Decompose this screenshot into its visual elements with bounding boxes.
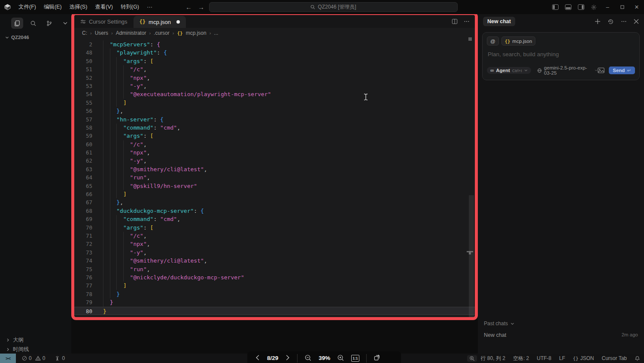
code-line-80[interactable]: 80} — [74, 307, 475, 315]
past-chat-item[interactable]: New chat 2m ago — [484, 332, 638, 338]
problems-indicator[interactable]: 0 0 — [19, 354, 48, 363]
code-line-59[interactable]: 59"args": [ — [74, 132, 475, 140]
code-line-68[interactable]: 68"duckduckgo-mcp-server": { — [74, 207, 475, 215]
code-line-76[interactable]: 76"@nickclyde/duckduckgo-mcp-server" — [74, 273, 475, 281]
cursor-position-indicator[interactable]: 行 80, 列 2 — [477, 354, 509, 363]
code-line-64[interactable]: 64"run", — [74, 173, 475, 182]
chat-input-placeholder[interactable]: Plan, search, build anything — [487, 45, 635, 65]
code-line-69[interactable]: 69"command": "cmd", — [74, 215, 475, 223]
split-editor-icon[interactable] — [452, 18, 458, 24]
past-chats-header[interactable]: Past chats — [484, 321, 638, 327]
menu-item[interactable]: 选择(S) — [66, 2, 91, 12]
attach-image-icon[interactable] — [598, 67, 605, 73]
code-line-2[interactable]: 2"mcpServers": { — [74, 40, 475, 48]
menu-item[interactable]: 文件(F) — [15, 2, 40, 12]
more-views-chevron-icon[interactable] — [60, 18, 72, 29]
restore-button[interactable] — [615, 0, 629, 14]
close-button[interactable]: ✕ — [629, 0, 644, 14]
send-button[interactable]: Send ↵ — [609, 67, 635, 74]
code-line-50[interactable]: 50"args": [ — [74, 57, 475, 65]
menu-item[interactable]: 转到(G) — [117, 2, 143, 12]
model-selector[interactable]: gemini-2.5-pro-exp-03-25 — [537, 65, 598, 76]
source-control-icon[interactable] — [43, 18, 55, 29]
add-context-button[interactable]: @ — [487, 36, 499, 45]
code-line-53[interactable]: 53"-y", — [74, 82, 475, 90]
code-line-52[interactable]: 52"npx", — [74, 74, 475, 82]
language-mode-indicator[interactable]: {} JSON — [569, 354, 598, 363]
next-page-icon[interactable] — [285, 354, 290, 361]
history-back-button[interactable]: ← — [185, 3, 192, 11]
code-line-60[interactable]: 60"/c", — [74, 140, 475, 148]
code-line-61[interactable]: 61"npx", — [74, 148, 475, 157]
explorer-project-header[interactable]: QZ2046 — [0, 29, 71, 40]
minimize-button[interactable]: – — [600, 0, 615, 14]
tab-mcp-json[interactable]: {} mcp.json — [134, 16, 186, 28]
rotate-icon[interactable] — [374, 354, 380, 361]
zoom-out-icon[interactable] — [304, 354, 312, 361]
code-line-63[interactable]: 63"@smithery/cli@latest", — [74, 165, 475, 173]
close-chat-icon[interactable] — [634, 19, 639, 24]
remote-indicator[interactable]: >< — [0, 354, 16, 363]
context-file-chip[interactable]: {} mcp.json — [501, 36, 536, 45]
menu-item[interactable]: 查看(V) — [91, 2, 117, 12]
agent-mode-selector[interactable]: ∞ Agent Ctrl+I — [487, 67, 531, 74]
code-line-78[interactable]: 78} — [74, 290, 475, 298]
code-editor[interactable]: 2"mcpServers": {48"playwright": {50"args… — [74, 38, 475, 315]
breadcrumb[interactable]: C:›Users›Administrator›.cursor›{}mcp.jso… — [74, 28, 475, 38]
chat-history-icon[interactable] — [608, 18, 614, 25]
code-line-48[interactable]: 48"playwright": { — [74, 48, 475, 57]
explorer-icon[interactable] — [11, 18, 23, 29]
breadcrumb-item[interactable]: Administrator — [116, 30, 146, 36]
code-line-67[interactable]: 67}, — [74, 198, 475, 206]
code-line-54[interactable]: 54"@executeautomation/playwright-mcp-ser… — [74, 90, 475, 98]
menu-more-button[interactable]: ⋯ — [143, 2, 157, 12]
code-line-58[interactable]: 58"command": "cmd", — [74, 124, 475, 132]
code-line-66[interactable]: 66] — [74, 190, 475, 198]
code-line-51[interactable]: 51"/c", — [74, 65, 475, 73]
breadcrumb-item[interactable]: .cursor — [154, 30, 170, 36]
code-line-56[interactable]: 56}, — [74, 107, 475, 115]
timeline-section-header[interactable]: 时间线 — [0, 345, 71, 354]
breadcrumb-item[interactable]: mcp.json — [186, 30, 207, 36]
encoding-indicator[interactable]: UTF-8 — [533, 354, 555, 363]
editor-scrollbar[interactable] — [469, 195, 474, 319]
code-line-73[interactable]: 73"-y", — [74, 248, 475, 257]
code-line-71[interactable]: 71"/c", — [74, 232, 475, 240]
breadcrumb-item[interactable]: C: — [82, 30, 87, 36]
zoom-status-button[interactable] — [467, 355, 477, 362]
modified-dot-icon[interactable] — [176, 20, 180, 24]
outline-section-header[interactable]: 大纲 — [0, 335, 71, 345]
chat-tab-new-chat[interactable]: New chat — [483, 17, 515, 26]
cursor-tab-indicator[interactable]: Cursor Tab — [598, 354, 631, 363]
history-forward-button[interactable]: → — [198, 3, 204, 11]
toggle-primary-sidebar-button[interactable] — [549, 0, 562, 14]
code-line-79[interactable]: 79} — [74, 298, 475, 306]
code-line-74[interactable]: 74"@smithery/cli@latest", — [74, 257, 475, 265]
code-line-77[interactable]: 77] — [74, 281, 475, 290]
code-line-75[interactable]: 75"run", — [74, 265, 475, 273]
actual-size-button[interactable]: 1:1 — [351, 355, 359, 362]
toggle-panel-button[interactable] — [562, 0, 574, 14]
new-chat-plus-icon[interactable] — [595, 18, 601, 24]
eol-indicator[interactable]: LF — [555, 354, 569, 363]
breadcrumb-item[interactable]: ... — [214, 30, 218, 36]
tab-cursor-settings[interactable]: Cursor Settings — [74, 15, 134, 28]
code-line-70[interactable]: 70"args": [ — [74, 224, 475, 232]
layout-settings-gear-icon[interactable] — [587, 0, 600, 14]
indentation-indicator[interactable]: 空格: 2 — [509, 354, 533, 363]
code-line-62[interactable]: 62"-y", — [74, 157, 475, 165]
ports-indicator[interactable]: 0 — [52, 354, 67, 363]
code-line-72[interactable]: 72"npx", — [74, 240, 475, 248]
toggle-secondary-sidebar-button[interactable] — [574, 0, 587, 14]
breadcrumb-item[interactable]: Users — [95, 30, 108, 36]
editor-more-actions-icon[interactable] — [464, 18, 470, 24]
notifications-bell-icon[interactable] — [631, 354, 644, 363]
code-line-57[interactable]: 57"hn-server": { — [74, 115, 475, 124]
chat-more-icon[interactable] — [621, 18, 627, 24]
chat-input-box[interactable]: @ {} mcp.json Plan, search, build anythi… — [482, 32, 640, 80]
search-sidebar-icon[interactable] — [27, 18, 39, 29]
zoom-in-icon[interactable] — [337, 354, 344, 361]
prev-page-icon[interactable] — [255, 354, 260, 361]
code-line-65[interactable]: 65"@pskill9/hn-server" — [74, 182, 475, 190]
code-line-55[interactable]: 55] — [74, 99, 475, 107]
